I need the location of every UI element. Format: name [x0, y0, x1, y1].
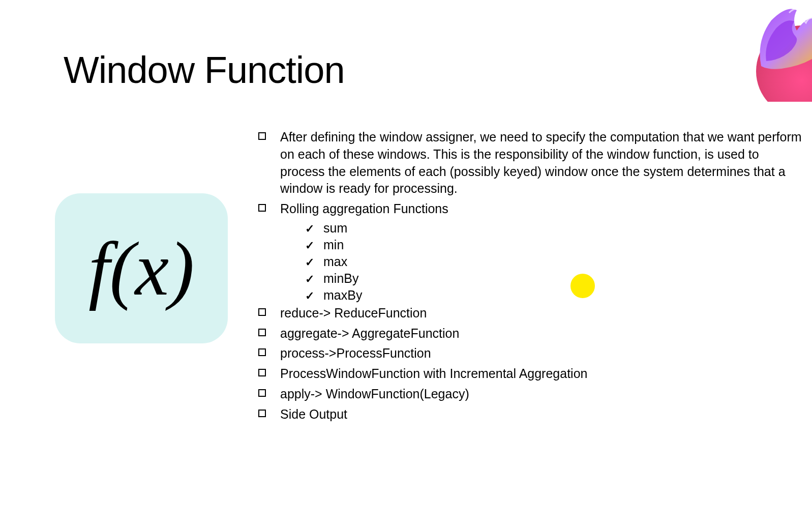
- bullet-text: Rolling aggregation Functions: [280, 200, 448, 218]
- check-icon: ✓: [305, 289, 314, 303]
- square-bullet-icon: [258, 348, 266, 356]
- highlight-cursor-icon: [570, 274, 595, 298]
- fx-formula-box: f(x): [55, 193, 228, 343]
- sub-list: ✓ sum ✓ min ✓ max ✓ minBy ✓ maxBy: [305, 221, 802, 303]
- square-bullet-icon: [258, 329, 266, 336]
- square-bullet-icon: [258, 132, 266, 140]
- slide-title: Window Function: [64, 48, 345, 92]
- square-bullet-icon: [258, 369, 266, 376]
- bullet-item: reduce-> ReduceFunction: [258, 305, 802, 322]
- sub-text: maxBy: [323, 288, 362, 303]
- check-icon: ✓: [305, 273, 314, 286]
- bullet-text: Side Output: [280, 406, 347, 423]
- sub-text: min: [323, 238, 344, 252]
- sub-item: ✓ min: [305, 238, 802, 252]
- bullet-item: Rolling aggregation Functions: [258, 200, 802, 218]
- bullet-item: aggregate-> AggregateFunction: [258, 325, 802, 342]
- check-icon: ✓: [305, 222, 314, 236]
- bullet-item: Side Output: [258, 406, 802, 423]
- sub-item: ✓ max: [305, 254, 802, 269]
- bullet-text: ProcessWindowFunction with Incremental A…: [280, 365, 587, 383]
- bullet-item: apply-> WindowFunction(Legacy): [258, 386, 802, 403]
- sub-text: max: [323, 254, 347, 269]
- square-bullet-icon: [258, 204, 266, 212]
- fx-label: f(x): [88, 225, 194, 312]
- sub-item: ✓ minBy: [305, 271, 802, 286]
- bullet-item: process->ProcessFunction: [258, 345, 802, 362]
- sub-item: ✓ maxBy: [305, 288, 802, 303]
- bullet-text: After defining the window assigner, we n…: [280, 129, 802, 197]
- sub-text: minBy: [323, 271, 358, 286]
- bullet-text: aggregate-> AggregateFunction: [280, 325, 459, 342]
- logo-icon: [741, 0, 812, 102]
- sub-text: sum: [323, 221, 347, 236]
- check-icon: ✓: [305, 239, 314, 252]
- square-bullet-icon: [258, 410, 266, 417]
- bullet-item: ProcessWindowFunction with Incremental A…: [258, 365, 802, 383]
- bullet-text: process->ProcessFunction: [280, 345, 431, 362]
- content-list: After defining the window assigner, we n…: [258, 129, 802, 426]
- bullet-text: reduce-> ReduceFunction: [280, 305, 427, 322]
- bullet-item: After defining the window assigner, we n…: [258, 129, 802, 197]
- square-bullet-icon: [258, 308, 266, 316]
- square-bullet-icon: [258, 389, 266, 397]
- bullet-text: apply-> WindowFunction(Legacy): [280, 386, 469, 403]
- check-icon: ✓: [305, 256, 314, 269]
- sub-item: ✓ sum: [305, 221, 802, 236]
